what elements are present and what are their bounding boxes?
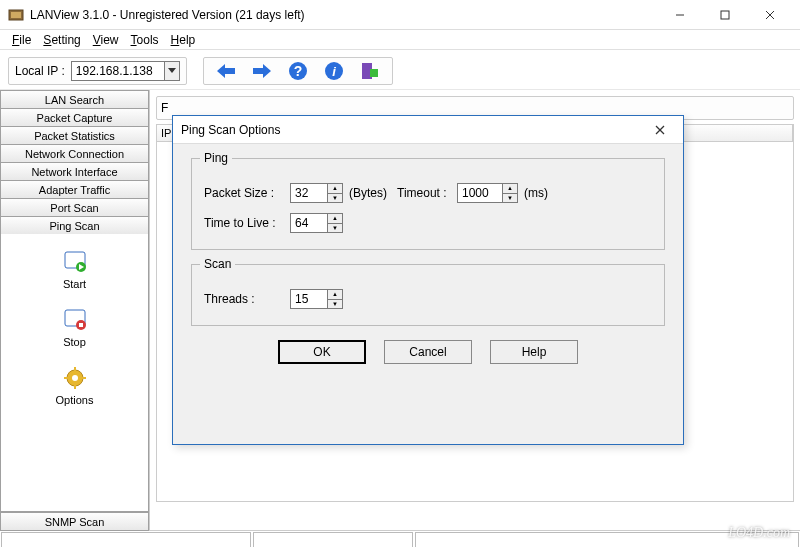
svg-marker-7	[217, 64, 235, 78]
svg-rect-24	[74, 385, 76, 389]
packet-size-spin[interactable]: ▲▼	[290, 183, 343, 203]
ping-legend: Ping	[200, 151, 232, 165]
ttl-input[interactable]	[291, 214, 327, 232]
exit-icon[interactable]	[358, 59, 382, 83]
menu-view[interactable]: View	[87, 32, 125, 48]
ping-groupbox: Ping Packet Size : ▲▼ (Bytes) Timeout : …	[191, 158, 665, 250]
forward-button[interactable]	[250, 59, 274, 83]
svg-text:i: i	[332, 64, 336, 79]
spin-up-icon[interactable]: ▲	[328, 290, 342, 300]
watermark: LO4D.com	[728, 525, 790, 541]
sidebar-panel: Start Stop Options	[0, 234, 149, 512]
svg-point-22	[72, 375, 78, 381]
sidebar-tab-packet-stats[interactable]: Packet Statistics	[0, 126, 149, 145]
svg-rect-20	[79, 323, 83, 327]
svg-marker-6	[168, 68, 176, 73]
packet-size-unit: (Bytes)	[349, 186, 387, 200]
help-button[interactable]: Help	[490, 340, 578, 364]
menu-tools[interactable]: Tools	[125, 32, 165, 48]
timeout-label: Timeout :	[397, 186, 457, 200]
ping-scan-options-dialog: Ping Scan Options Ping Packet Size : ▲▼ …	[172, 115, 684, 445]
sidebar-tab-lan-search[interactable]: LAN Search	[0, 90, 149, 109]
spin-up-icon[interactable]: ▲	[328, 184, 342, 194]
stop-label: Stop	[63, 336, 86, 348]
ok-button[interactable]: OK	[278, 340, 366, 364]
svg-rect-14	[370, 69, 378, 77]
threads-spin[interactable]: ▲▼	[290, 289, 343, 309]
sidebar-tab-ping-scan[interactable]: Ping Scan	[0, 216, 149, 235]
toolbar: Local IP : ? i	[0, 52, 800, 90]
back-button[interactable]	[214, 59, 238, 83]
svg-rect-1	[11, 12, 21, 18]
timeout-unit: (ms)	[524, 186, 548, 200]
menu-help[interactable]: Help	[165, 32, 202, 48]
start-action[interactable]: Start	[1, 250, 148, 290]
content-toolbar-label: F	[161, 101, 168, 115]
spin-down-icon[interactable]: ▼	[328, 224, 342, 233]
svg-marker-8	[253, 64, 271, 78]
spin-down-icon[interactable]: ▼	[328, 300, 342, 309]
dialog-titlebar[interactable]: Ping Scan Options	[173, 116, 683, 144]
threads-input[interactable]	[291, 290, 327, 308]
sidebar: LAN Search Packet Capture Packet Statist…	[0, 90, 150, 530]
help-icon[interactable]: ?	[286, 59, 310, 83]
dialog-close-button[interactable]	[645, 118, 675, 142]
svg-rect-26	[82, 377, 86, 379]
sidebar-tab-net-conn[interactable]: Network Connection	[0, 144, 149, 163]
options-label: Options	[56, 394, 94, 406]
info-icon[interactable]: i	[322, 59, 346, 83]
packet-size-label: Packet Size :	[204, 186, 290, 200]
spin-down-icon[interactable]: ▼	[503, 194, 517, 203]
cancel-button[interactable]: Cancel	[384, 340, 472, 364]
spin-up-icon[interactable]: ▲	[328, 214, 342, 224]
close-button[interactable]	[747, 1, 792, 29]
spin-up-icon[interactable]: ▲	[503, 184, 517, 194]
options-icon	[63, 366, 87, 390]
app-icon	[8, 7, 24, 23]
sidebar-tab-net-iface[interactable]: Network Interface	[0, 162, 149, 181]
maximize-button[interactable]	[702, 1, 747, 29]
packet-size-input[interactable]	[291, 184, 327, 202]
scan-groupbox: Scan Threads : ▲▼	[191, 264, 665, 326]
local-ip-label: Local IP :	[15, 64, 65, 78]
start-icon	[63, 250, 87, 274]
svg-rect-3	[721, 11, 729, 19]
status-cell-1	[1, 532, 251, 547]
stop-icon	[63, 308, 87, 332]
menubar: File Setting View Tools Help	[0, 30, 800, 50]
sidebar-tab-snmp-scan[interactable]: SNMP Scan	[0, 512, 149, 531]
spin-down-icon[interactable]: ▼	[328, 194, 342, 203]
svg-text:?: ?	[294, 63, 303, 79]
stop-action[interactable]: Stop	[1, 308, 148, 348]
sidebar-tab-packet-capture[interactable]: Packet Capture	[0, 108, 149, 127]
options-action[interactable]: Options	[1, 366, 148, 406]
timeout-spin[interactable]: ▲▼	[457, 183, 518, 203]
sidebar-tab-adapter-traffic[interactable]: Adapter Traffic	[0, 180, 149, 199]
status-cell-2	[253, 532, 413, 547]
ttl-label: Time to Live :	[204, 216, 290, 230]
window-titlebar: LANView 3.1.0 - Unregistered Version (21…	[0, 0, 800, 30]
dialog-title: Ping Scan Options	[181, 123, 645, 137]
svg-rect-23	[74, 367, 76, 371]
menu-setting[interactable]: Setting	[37, 32, 86, 48]
threads-label: Threads :	[204, 292, 290, 306]
local-ip-dropdown-icon[interactable]	[164, 62, 179, 80]
window-title: LANView 3.1.0 - Unregistered Version (21…	[30, 8, 657, 22]
ttl-spin[interactable]: ▲▼	[290, 213, 343, 233]
scan-legend: Scan	[200, 257, 235, 271]
minimize-button[interactable]	[657, 1, 702, 29]
start-label: Start	[63, 278, 86, 290]
local-ip-combo[interactable]	[71, 61, 180, 81]
sidebar-tab-port-scan[interactable]: Port Scan	[0, 198, 149, 217]
local-ip-input[interactable]	[72, 62, 164, 80]
menu-file[interactable]: File	[6, 32, 37, 48]
svg-rect-25	[64, 377, 68, 379]
statusbar	[0, 530, 800, 547]
timeout-input[interactable]	[458, 184, 502, 202]
